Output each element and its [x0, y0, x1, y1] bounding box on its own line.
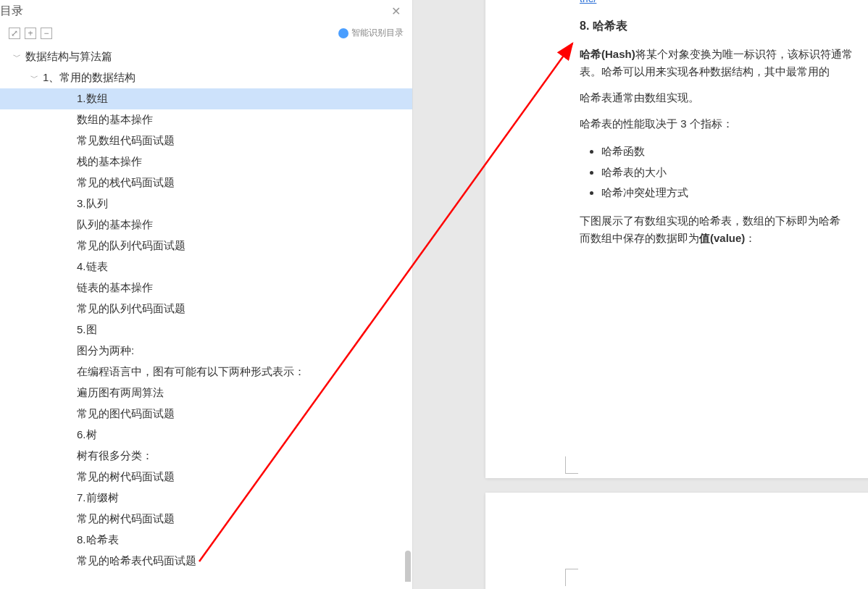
paragraph: 哈希(Hash)将某个对象变换为唯一标识符，该标识符通常 表。哈希可以用来实现各… — [580, 46, 862, 80]
toc-item[interactable]: 常见的哈希表代码面试题 — [0, 551, 412, 572]
toc-item-label: 在编程语言中，图有可能有以下两种形式表示： — [77, 365, 305, 379]
toc-item-label: 7.前缀树 — [77, 491, 119, 505]
collapse-icon[interactable]: − — [41, 28, 52, 39]
para-text: 下图展示了有数组实现的哈希表，数组的下标即为哈希 — [580, 214, 840, 227]
smart-detect-toc[interactable]: 智能识别目录 — [338, 27, 404, 39]
toc-item[interactable]: 常见的树代码面试题 — [0, 467, 412, 488]
document-viewport[interactable]: trie/ 8. 哈希表 哈希(Hash)将某个对象变换为唯一标识符，该标识符通… — [413, 0, 868, 589]
toc-item[interactable]: 链表的基本操作 — [0, 277, 412, 298]
chevron-down-icon[interactable]: ﹀ — [30, 72, 38, 83]
link-row: trie/ — [580, 0, 862, 4]
toc-item[interactable]: ﹀数据结构与算法篇 — [0, 46, 412, 67]
toc-item-label: 6.树 — [77, 428, 97, 442]
toc-item-label: 5.图 — [77, 323, 97, 337]
toc-item[interactable]: 常见的队列代码面试题 — [0, 298, 412, 319]
toc-item[interactable]: 图分为两种: — [0, 341, 412, 362]
toc-item[interactable]: 常见数组代码面试题 — [0, 130, 412, 151]
toc-item[interactable]: 8.哈希表 — [0, 530, 412, 551]
toc-item-label: 常见的队列代码面试题 — [77, 239, 185, 253]
toc-item[interactable]: 1.数组 — [0, 88, 412, 109]
toc-item-label: 数据结构与算法篇 — [25, 50, 112, 64]
page-margin-mark — [565, 456, 578, 474]
toc-item-label: 队列的基本操作 — [77, 218, 153, 232]
toc-sidebar: 目录 ✕ ⤢ + − 智能识别目录 ﹀数据结构与算法篇﹀1、常用的数据结构1.数… — [0, 0, 413, 589]
para-text: 而数组中保存的数据即为 — [580, 232, 699, 244]
toc-item[interactable]: 5.图 — [0, 319, 412, 341]
toc-item-label: 1、常用的数据结构 — [43, 71, 135, 85]
smart-detect-label: 智能识别目录 — [351, 27, 404, 39]
toc-item[interactable]: ﹀1、常用的数据结构 — [0, 67, 412, 88]
toc-item[interactable]: 遍历图有两周算法 — [0, 383, 412, 404]
chevron-down-icon[interactable]: ﹀ — [13, 51, 21, 62]
toc-item-label: 遍历图有两周算法 — [77, 386, 164, 400]
toc-item-label: 常见的树代码面试题 — [77, 512, 175, 526]
toc-item-label: 常见的图代码面试题 — [77, 407, 175, 421]
toc-item[interactable]: 4.链表 — [0, 256, 412, 277]
toc-item-label: 3.队列 — [77, 197, 108, 211]
sidebar-header: 目录 ✕ — [0, 0, 412, 22]
toc-item-label: 数组的基本操作 — [77, 113, 153, 127]
value-term: 值(value) — [699, 232, 745, 244]
toc-item[interactable]: 栈的基本操作 — [0, 151, 412, 172]
toc-item-label: 树有很多分类： — [77, 449, 153, 463]
toc-item-label: 1.数组 — [77, 92, 108, 106]
paragraph: 哈希表的性能取决于 3 个指标： — [580, 115, 862, 133]
toc-item[interactable]: 队列的基本操作 — [0, 214, 412, 235]
toc-item[interactable]: 3.队列 — [0, 193, 412, 214]
section-title: 8. 哈希表 — [580, 19, 862, 34]
toc-toolbar: ⤢ + − 智能识别目录 — [0, 22, 412, 43]
collapse-all-icon[interactable]: ⤢ — [9, 28, 20, 39]
toc-item[interactable]: 常见的图代码面试题 — [0, 404, 412, 425]
para-text: 将某个对象变换为唯一标识符，该标识符通常 — [635, 48, 853, 60]
toc-item-label: 常见的树代码面试题 — [77, 470, 175, 484]
toc-item[interactable]: 常见的树代码面试题 — [0, 509, 412, 530]
toolbar-left: ⤢ + − — [9, 28, 52, 39]
bullet-list: 哈希函数 哈希表的大小 哈希冲突处理方式 — [601, 141, 862, 204]
list-item: 哈希函数 — [601, 141, 862, 162]
document-page-next — [485, 493, 868, 589]
toc-item-label: 图分为两种: — [77, 344, 134, 358]
scrollbar-thumb[interactable] — [405, 551, 411, 582]
toc-item-label: 4.链表 — [77, 260, 108, 274]
hash-term: 哈希(Hash) — [580, 48, 635, 60]
toc-item-label: 常见数组代码面试题 — [77, 134, 175, 148]
toc-item[interactable]: 7.前缀树 — [0, 488, 412, 509]
toc-list[interactable]: ﹀数据结构与算法篇﹀1、常用的数据结构1.数组数组的基本操作常见数组代码面试题栈… — [0, 43, 412, 582]
document-page: trie/ 8. 哈希表 哈希(Hash)将某个对象变换为唯一标识符，该标识符通… — [485, 0, 868, 478]
toc-item[interactable]: 数组的基本操作 — [0, 109, 412, 130]
smart-detect-icon — [338, 28, 349, 38]
toc-item-label: 常见的栈代码面试题 — [77, 176, 175, 190]
toc-item-label: 常见的队列代码面试题 — [77, 302, 185, 316]
trie-link[interactable]: trie/ — [580, 0, 596, 4]
paragraph: 下图展示了有数组实现的哈希表，数组的下标即为哈希 而数组中保存的数据即为值(va… — [580, 212, 862, 247]
toc-item[interactable]: 树有很多分类： — [0, 446, 412, 467]
page-margin-mark — [565, 569, 578, 586]
close-icon[interactable]: ✕ — [387, 3, 405, 20]
toc-item-label: 链表的基本操作 — [77, 281, 153, 295]
toc-item[interactable]: 常见的队列代码面试题 — [0, 235, 412, 256]
toc-item[interactable]: 6.树 — [0, 425, 412, 446]
toc-item-label: 栈的基本操作 — [77, 155, 142, 169]
sidebar-title: 目录 — [0, 4, 23, 19]
list-item: 哈希表的大小 — [601, 162, 862, 183]
para-text: ： — [745, 232, 756, 244]
paragraph: 哈希表通常由数组实现。 — [580, 89, 862, 106]
toc-item[interactable]: 在编程语言中，图有可能有以下两种形式表示： — [0, 362, 412, 383]
toc-item-label: 常见的哈希表代码面试题 — [77, 554, 196, 568]
list-item: 哈希冲突处理方式 — [601, 183, 862, 204]
para-text: 表。哈希可以用来实现各种数据结构，其中最常用的 — [580, 65, 830, 78]
toc-item[interactable]: 常见的栈代码面试题 — [0, 172, 412, 193]
toc-item-label: 8.哈希表 — [77, 533, 119, 547]
expand-icon[interactable]: + — [25, 28, 36, 39]
